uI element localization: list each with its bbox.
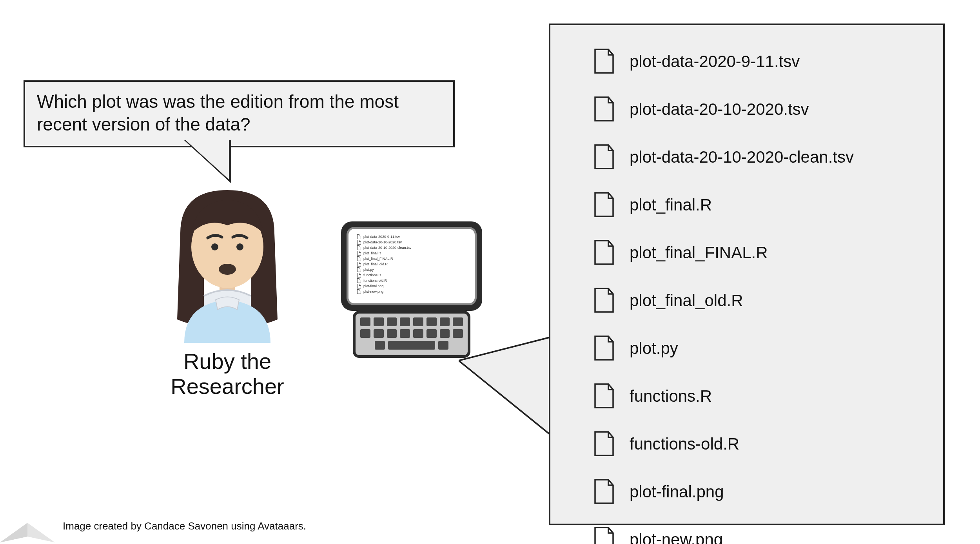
- file-row: plot.py: [593, 335, 924, 361]
- mini-file-row: plot-data-20-10-2020-clean.tsv: [357, 245, 466, 250]
- file-icon: [357, 256, 361, 261]
- speech-text: Which plot was was the edition from the …: [37, 91, 399, 134]
- mini-file-row: plot_final.R: [357, 251, 466, 256]
- file-icon: [593, 479, 615, 505]
- file-row: plot-final.png: [593, 479, 924, 505]
- file-label: functions.R: [630, 387, 712, 406]
- file-label: plot-final.png: [630, 482, 724, 501]
- file-icon: [593, 335, 615, 361]
- file-icon: [593, 527, 615, 544]
- file-panel-tail: [459, 337, 553, 439]
- mini-file-row: plot-new.png: [357, 289, 466, 294]
- mini-file-label: plot-new.png: [363, 290, 383, 294]
- mini-file-label: plot-data-2020-9-11.tsv: [363, 235, 400, 239]
- file-label: plot-new.png: [630, 530, 723, 544]
- file-row: plot_final_old.R: [593, 288, 924, 314]
- mini-file-label: functions.R: [363, 273, 381, 277]
- avatar-caption: Ruby the Researcher: [137, 349, 318, 399]
- file-icon: [593, 49, 615, 74]
- file-row: plot-data-20-10-2020-clean.tsv: [593, 144, 924, 170]
- file-icon: [593, 431, 615, 457]
- file-icon: [357, 273, 361, 277]
- file-label: functions-old.R: [630, 435, 739, 453]
- mini-file-row: plot-data-20-10-2020.tsv: [357, 240, 466, 245]
- svg-point-3: [236, 243, 243, 250]
- file-row: functions.R: [593, 383, 924, 409]
- mini-file-label: plot_final_FINAL.R: [363, 257, 393, 261]
- file-icon: [357, 284, 361, 288]
- mini-file-row: plot-data-2020-9-11.tsv: [357, 234, 466, 239]
- speech-bubble: Which plot was was the edition from the …: [24, 80, 455, 147]
- file-icon: [593, 383, 615, 409]
- mini-file-row: plot_final_FINAL.R: [357, 256, 466, 261]
- file-row: functions-old.R: [593, 431, 924, 457]
- mini-file-row: plot.py: [357, 267, 466, 272]
- file-icon: [357, 251, 361, 256]
- file-icon: [357, 262, 361, 267]
- laptop-screen: plot-data-2020-9-11.tsvplot-data-20-10-2…: [341, 221, 482, 311]
- image-credit: Image created by Candace Savonen using A…: [63, 520, 306, 532]
- file-label: plot-data-20-10-2020-clean.tsv: [630, 148, 854, 167]
- file-label: plot_final.R: [630, 196, 712, 214]
- laptop-screen-filelist: plot-data-2020-9-11.tsvplot-data-20-10-2…: [347, 227, 477, 305]
- file-icon: [357, 245, 361, 250]
- file-icon: [593, 240, 615, 266]
- mini-file-row: plot-final.png: [357, 284, 466, 288]
- file-icon: [593, 192, 615, 218]
- file-label: plot-data-2020-9-11.tsv: [630, 52, 800, 71]
- file-label: plot_final_old.R: [630, 291, 743, 310]
- file-row: plot-new.png: [593, 527, 924, 544]
- laptop-keyboard: [353, 311, 470, 358]
- mini-file-label: plot_final_old.R: [363, 262, 388, 266]
- mini-file-label: plot-data-20-10-2020-clean.tsv: [363, 246, 412, 250]
- file-icon: [593, 288, 615, 314]
- file-label: plot.py: [630, 339, 678, 358]
- svg-marker-8: [0, 523, 27, 542]
- file-row: plot-data-2020-9-11.tsv: [593, 49, 924, 74]
- svg-point-4: [219, 264, 236, 275]
- file-row: plot_final_FINAL.R: [593, 240, 924, 266]
- file-icon: [357, 234, 361, 239]
- file-panel: plot-data-2020-9-11.tsv plot-data-20-10-…: [549, 24, 945, 525]
- file-icon: [357, 289, 361, 294]
- file-icon: [357, 278, 361, 283]
- file-icon: [357, 240, 361, 245]
- file-icon: [593, 96, 615, 122]
- mini-file-row: functions.R: [357, 273, 466, 277]
- avatar: [157, 178, 298, 343]
- mini-file-label: functions-old.R: [363, 279, 387, 283]
- file-label: plot-data-20-10-2020.tsv: [630, 100, 809, 119]
- mini-file-row: functions-old.R: [357, 278, 466, 283]
- file-icon: [593, 144, 615, 170]
- svg-marker-5: [459, 337, 551, 435]
- file-row: plot_final.R: [593, 192, 924, 218]
- mini-file-label: plot.py: [363, 268, 374, 272]
- mini-file-label: plot_final.R: [363, 251, 381, 255]
- mini-file-label: plot-data-20-10-2020.tsv: [363, 240, 402, 244]
- file-label: plot_final_FINAL.R: [630, 243, 768, 262]
- file-row: plot-data-20-10-2020.tsv: [593, 96, 924, 122]
- mini-file-label: plot-final.png: [363, 284, 384, 288]
- svg-point-2: [211, 243, 218, 250]
- mini-file-row: plot_final_old.R: [357, 262, 466, 267]
- watermark-leaf-icon: [0, 499, 55, 544]
- file-icon: [357, 267, 361, 272]
